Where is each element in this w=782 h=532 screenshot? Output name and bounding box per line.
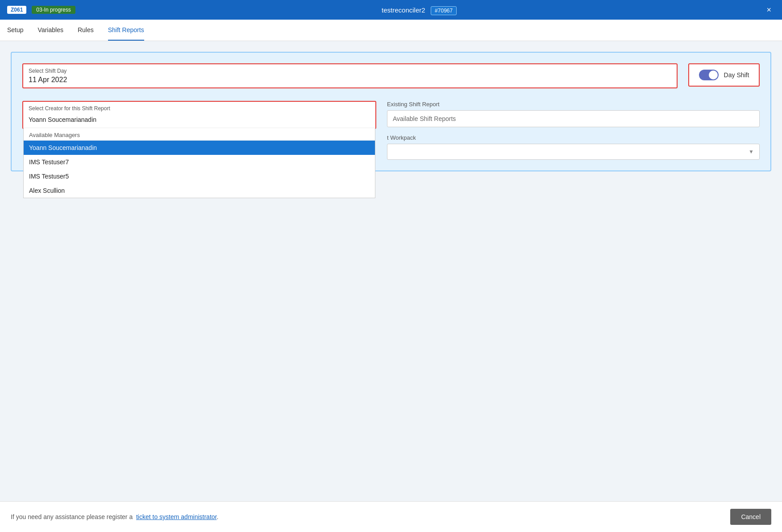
nav-variables[interactable]: Variables (38, 20, 63, 41)
app-header: Z061 03-In progress testreconciler2 #709… (0, 0, 782, 20)
creator-field[interactable]: Select Creator for this Shift Report Yoa… (22, 101, 376, 129)
existing-label: Existing Shift Report (387, 101, 760, 108)
existing-placeholder: Available Shift Reports (393, 115, 456, 122)
shift-day-value: 11 Apr 2022 (29, 76, 671, 84)
chevron-down-icon: ▼ (749, 149, 754, 155)
creator-selected-value: Yoann Soucemarianadin (29, 116, 96, 123)
nav-bar: Setup Variables Rules Shift Reports (0, 20, 782, 41)
dropdown-item-alex[interactable]: Alex Scullion (24, 183, 375, 198)
ticket-badge: #70967 (431, 6, 457, 15)
nav-rules[interactable]: Rules (78, 20, 94, 41)
footer: If you need any assistance please regist… (0, 501, 782, 532)
dropdown-item-testuser5[interactable]: IMS Testuser5 (24, 169, 375, 183)
footer-help-text: If you need any assistance please regist… (11, 513, 218, 520)
existing-field-wrapper: Existing Shift Report Available Shift Re… (387, 101, 760, 160)
outer-panel: Select Shift Day 11 Apr 2022 Day Shift S… (11, 52, 771, 171)
cancel-button[interactable]: Cancel (730, 509, 771, 525)
workpack-select[interactable]: ▼ (387, 144, 760, 160)
shift-day-label: Select Shift Day (29, 68, 671, 74)
close-button[interactable]: × (763, 5, 775, 15)
shift-day-row: Select Shift Day 11 Apr 2022 Day Shift (22, 63, 760, 88)
creator-row: Select Creator for this Shift Report Yoa… (22, 101, 760, 160)
creator-input-value[interactable]: Yoann Soucemarianadin (23, 113, 375, 128)
main-content: Select Shift Day 11 Apr 2022 Day Shift S… (0, 41, 782, 182)
creator-dropdown: Available Managers Yoann Soucemarianadin… (23, 128, 375, 198)
header-title: testreconciler2 #70967 (81, 6, 758, 14)
creator-field-wrapper: Select Creator for this Shift Report Yoa… (22, 101, 376, 129)
workpack-label: t Workpack (387, 134, 760, 141)
dropdown-group-label: Available Managers (24, 128, 375, 141)
dropdown-item-yoann[interactable]: Yoann Soucemarianadin (24, 141, 375, 155)
existing-shift-input[interactable]: Available Shift Reports (387, 110, 760, 127)
nav-shift-reports[interactable]: Shift Reports (108, 20, 144, 41)
help-static-text: If you need any assistance please regist… (11, 513, 133, 520)
day-shift-label: Day Shift (724, 71, 749, 79)
help-link[interactable]: ticket to system administrator (136, 513, 217, 520)
toggle-switch-icon[interactable] (699, 70, 719, 80)
help-suffix: . (216, 513, 218, 520)
creator-label: Select Creator for this Shift Report (23, 102, 375, 113)
day-shift-toggle[interactable]: Day Shift (688, 63, 760, 87)
title-text: testreconciler2 (382, 6, 425, 14)
zone-badge: Z061 (7, 6, 26, 14)
status-badge: 03-In progress (32, 6, 75, 14)
nav-setup[interactable]: Setup (7, 20, 24, 41)
shift-day-field[interactable]: Select Shift Day 11 Apr 2022 (22, 63, 678, 88)
dropdown-item-testuser7[interactable]: IMS Testuser7 (24, 155, 375, 169)
